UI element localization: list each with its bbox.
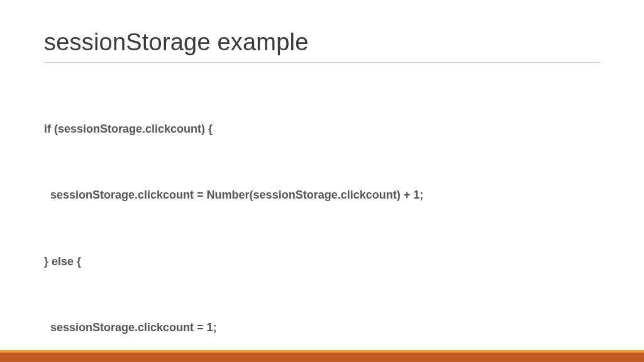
code-line: } else { [44, 251, 600, 273]
slide-footer-bar [0, 350, 644, 362]
code-line: if (sessionStorage.clickcount) { [44, 118, 600, 140]
code-block: if (sessionStorage.clickcount) { session… [44, 74, 600, 362]
code-line: sessionStorage.clickcount = 1; [44, 317, 600, 339]
code-line: sessionStorage.clickcount = Number(sessi… [44, 184, 600, 206]
title-underline [44, 62, 600, 63]
slide: sessionStorage example if (sessionStorag… [0, 0, 644, 362]
slide-title: sessionStorage example [44, 29, 600, 61]
